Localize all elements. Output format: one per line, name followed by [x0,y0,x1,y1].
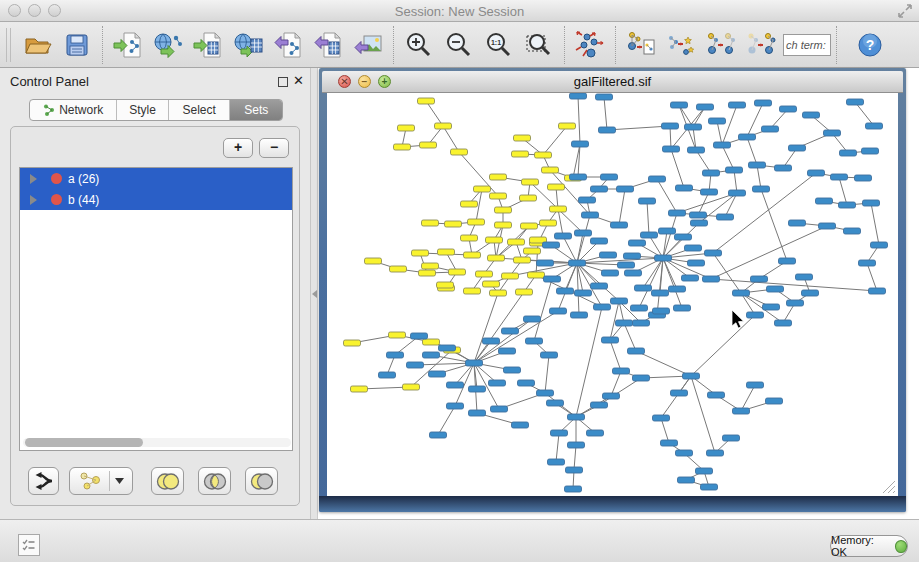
graph-node[interactable] [855,175,872,181]
graph-node[interactable] [789,145,806,151]
graph-edge[interactable] [545,355,549,393]
graph-node[interactable] [690,212,707,218]
graph-node[interactable] [512,422,529,428]
graph-node[interactable] [787,300,804,306]
tab-network[interactable]: Network [30,100,117,120]
graph-node[interactable] [625,270,642,276]
graph-node[interactable] [733,408,750,414]
graph-node[interactable] [445,221,462,227]
graph-node[interactable] [575,290,592,296]
graph-node[interactable] [474,186,491,192]
graph-node[interactable] [816,198,833,204]
collapse-handle-icon[interactable] [312,290,317,298]
graph-node[interactable] [691,220,708,226]
graph-edge[interactable] [671,149,684,188]
scrollbar-thumb[interactable] [25,438,143,447]
graph-edge[interactable] [691,376,715,453]
graph-edge[interactable] [619,189,625,225]
graph-node[interactable] [451,149,468,155]
graph-node[interactable] [537,260,554,266]
graph-node[interactable] [429,371,446,377]
graph-node[interactable] [502,273,519,279]
graph-node[interactable] [717,214,734,220]
graph-node[interactable] [522,179,539,185]
graph-node[interactable] [512,151,529,157]
graph-node[interactable] [766,398,783,404]
graph-edge[interactable] [639,258,663,308]
graph-node[interactable] [641,232,658,238]
graph-node[interactable] [486,237,503,243]
graph-node[interactable] [863,200,880,206]
expand-triangle-icon[interactable] [30,174,37,184]
graph-node[interactable] [430,432,447,438]
graph-node[interactable] [403,384,420,390]
graph-node[interactable] [683,373,700,379]
graph-node[interactable] [535,152,552,158]
graph-node[interactable] [550,206,567,212]
export-image-button[interactable] [348,25,388,65]
graph-node[interactable] [763,304,780,310]
graph-node[interactable] [696,468,713,474]
graph-edge[interactable] [691,315,755,376]
export-table-button[interactable] [308,25,348,65]
graph-node[interactable] [602,337,619,343]
graph-node[interactable] [548,459,565,465]
graph-edge[interactable] [604,97,607,130]
graph-node[interactable] [483,338,500,344]
open-session-button[interactable] [17,25,57,65]
graph-node[interactable] [629,240,646,246]
graph-node[interactable] [379,372,396,378]
graph-node[interactable] [671,102,688,108]
save-session-button[interactable] [57,25,97,65]
graph-node[interactable] [613,368,630,374]
graph-edge[interactable] [867,263,877,291]
graph-node[interactable] [847,99,864,105]
graph-edge[interactable] [855,102,874,126]
graph-node[interactable] [551,430,568,436]
graph-node[interactable] [389,332,406,338]
remove-set-button[interactable]: − [259,138,289,158]
graph-node[interactable] [447,403,464,409]
graph-node[interactable] [423,352,440,358]
graph-node[interactable] [541,352,558,358]
graph-node[interactable] [659,228,676,234]
graph-node[interactable] [488,255,505,261]
graph-node[interactable] [859,260,876,266]
graph-node[interactable] [862,148,879,154]
graph-node[interactable] [796,274,813,280]
resize-grip-icon[interactable] [893,491,895,493]
import-network-file-button[interactable] [108,25,148,65]
graph-edge[interactable] [624,323,636,351]
import-table-web-button[interactable] [228,25,268,65]
graph-node[interactable] [548,184,565,190]
search-input[interactable]: ch term: [783,34,831,56]
graph-node[interactable] [394,144,411,150]
graph-node[interactable] [566,467,583,473]
graph-node[interactable] [422,220,439,226]
first-neighbors-button[interactable] [661,25,701,65]
graph-node[interactable] [524,248,541,254]
network-window-titlebar[interactable]: ✕ − + galFiltered.sif [322,71,903,93]
graph-node[interactable] [633,375,650,381]
graph-node[interactable] [483,281,500,287]
import-network-web-button[interactable] [148,25,188,65]
graph-edge[interactable] [426,101,443,126]
graph-node[interactable] [435,123,452,129]
graph-node[interactable] [468,219,485,225]
set-operations-combo-button[interactable] [69,467,133,495]
add-set-button[interactable]: + [223,138,253,158]
graph-node[interactable] [594,304,611,310]
intersection-button[interactable] [198,467,231,495]
zoom-actual-button[interactable]: 1:1 [479,25,519,65]
graph-node[interactable] [869,288,886,294]
graph-node[interactable] [411,333,428,339]
graph-node[interactable] [749,162,766,168]
graph-node[interactable] [514,135,531,141]
graph-node[interactable] [839,202,856,208]
graph-node[interactable] [495,222,512,228]
graph-node[interactable] [582,212,599,218]
graph-node[interactable] [676,185,693,191]
graph-node[interactable] [447,382,464,388]
graph-node[interactable] [831,174,848,180]
graph-node[interactable] [412,250,429,256]
